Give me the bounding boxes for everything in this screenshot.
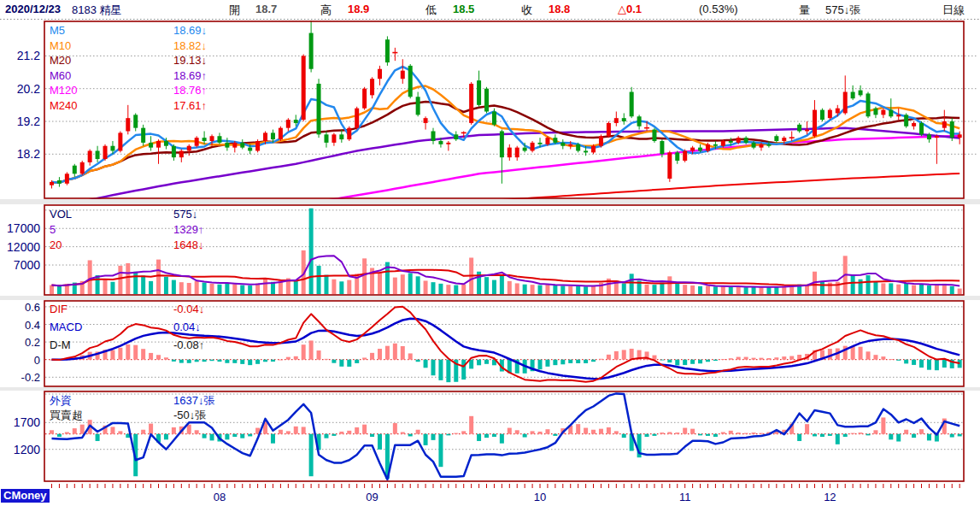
macd-histogram-bar: [355, 360, 359, 363]
foreign-net-bar: [279, 430, 283, 434]
foreign-net-bar: [164, 434, 168, 440]
candle-body: [958, 134, 962, 138]
macd-histogram-bar: [424, 360, 428, 368]
volume-bar: [896, 285, 901, 294]
candle-body: [431, 131, 436, 140]
legend-value: 17.61↑: [173, 98, 207, 114]
candle-body: [355, 109, 359, 128]
foreign-net-bar: [614, 431, 619, 433]
chart-canvas[interactable]: 21.220.219.218.2170001200070000.60.40.20…: [0, 0, 980, 512]
volume-bar: [568, 286, 572, 294]
candle-body: [843, 92, 848, 114]
foreign-net-bar: [584, 428, 588, 434]
foreign-net-bar: [73, 428, 77, 434]
legend-row: VOL575↓: [50, 207, 72, 222]
volume-bar: [393, 278, 397, 294]
volume-tick-label: 17000: [7, 221, 40, 235]
candle-body: [675, 152, 679, 161]
volume-bar: [454, 285, 458, 294]
foreign-net-bar: [240, 434, 244, 438]
volume-bar: [179, 282, 184, 294]
candle-body: [347, 128, 351, 139]
candle-body: [126, 118, 130, 131]
volume-bar: [438, 284, 443, 294]
candle-body: [721, 141, 725, 146]
macd-histogram-bar: [729, 358, 733, 360]
volume-tick-label: 7000: [14, 258, 40, 272]
candle-body: [195, 138, 199, 146]
foreign-net-bar: [859, 433, 863, 434]
candle-body: [774, 136, 778, 141]
macd-histogram-bar: [240, 360, 244, 364]
volume-bar: [126, 263, 130, 294]
candle-body: [515, 148, 519, 157]
macd-histogram-bar: [271, 360, 275, 362]
macd-histogram-bar: [416, 360, 420, 362]
candle-body: [713, 144, 718, 146]
foreign-net-bar: [408, 434, 413, 437]
macd-histogram-bar: [187, 360, 191, 363]
candle-body: [362, 89, 367, 109]
candle-body: [248, 148, 252, 151]
macd-histogram-bar: [225, 360, 229, 363]
candle-body: [614, 118, 619, 123]
candle-body: [416, 97, 420, 115]
candle-body: [896, 115, 901, 116]
volume-bar: [904, 283, 908, 294]
foreign-net-bar: [843, 434, 848, 437]
foreign-net-bar: [660, 433, 664, 434]
macd-histogram-bar: [545, 360, 549, 367]
foreign-net-bar: [675, 433, 679, 434]
macd-histogram-bar: [362, 357, 367, 359]
volume-bar: [149, 281, 153, 294]
foreign-net-bar: [484, 434, 489, 438]
macd-histogram-bar: [744, 357, 748, 360]
macd-histogram-bar: [652, 356, 656, 360]
legend-label: 5: [50, 223, 56, 236]
macd-histogram-bar: [217, 360, 221, 362]
macd-histogram-bar: [736, 357, 741, 360]
macd-histogram-bar: [378, 349, 382, 360]
candle-body: [919, 123, 924, 134]
foreign-net-bar: [57, 434, 62, 437]
volume-bar: [584, 286, 588, 294]
foreign-net-bar: [302, 427, 306, 433]
volume-bar: [164, 277, 168, 294]
foreign-net-bar: [904, 430, 908, 434]
candle-body: [545, 138, 549, 144]
legend-row: 外資1637↓張: [50, 393, 72, 409]
volume-bar: [912, 285, 916, 294]
candle-body: [408, 66, 413, 97]
legend-value: 0.04↓: [173, 320, 201, 335]
candle-body: [927, 134, 931, 139]
foreign-net-bar: [50, 430, 54, 433]
candle-body: [232, 143, 237, 148]
foreign-net-bar: [706, 434, 710, 436]
macd-histogram-bar: [660, 360, 664, 361]
volume-bar: [851, 275, 855, 294]
foreign-net-bar: [232, 434, 237, 437]
volume-bar: [225, 283, 229, 294]
legend-value: 18.76↑: [173, 83, 207, 98]
macd-histogram-bar: [279, 360, 283, 361]
candle-body: [424, 118, 428, 123]
volume-bar: [698, 286, 702, 294]
candle-body: [630, 92, 634, 117]
price-tick-label: 21.2: [17, 49, 40, 62]
foreign-net-bar: [500, 434, 504, 444]
candle-body: [836, 109, 840, 114]
cmoney-logo[interactable]: CMoney: [1, 489, 50, 503]
foreign-net-bar: [286, 431, 290, 433]
foreign-net-bar: [355, 427, 359, 434]
legend-row: 201648↓: [50, 238, 62, 253]
candle-body: [828, 110, 832, 119]
month-label: 08: [214, 491, 226, 503]
foreign-tick-label: 1200: [14, 443, 40, 456]
price-tick-label: 18.2: [17, 147, 40, 161]
candle-body: [80, 162, 85, 174]
candle-body: [591, 146, 596, 153]
foreign-net-bar: [828, 434, 832, 436]
candle-body: [164, 141, 168, 146]
foreign-net-bar: [195, 430, 199, 433]
legend-row: M6018.69↑: [50, 68, 71, 84]
